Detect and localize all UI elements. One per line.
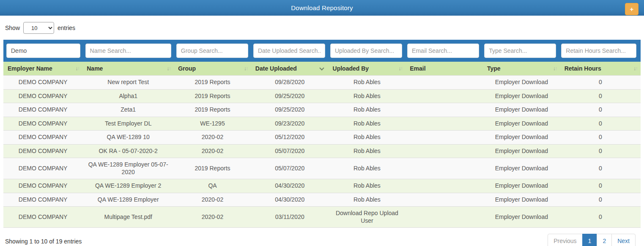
table-cell: 2019 Reports bbox=[174, 103, 251, 117]
table-cell: Rob Ables bbox=[329, 193, 406, 207]
name-search-input[interactable] bbox=[85, 44, 171, 58]
table-row[interactable]: DEMO COMPANYTest Employer DLWE-129509/23… bbox=[3, 117, 641, 131]
table-cell: Rob Ables bbox=[329, 117, 406, 131]
table-cell: Rob Ables bbox=[329, 144, 406, 158]
table-cell: DEMO COMPANY bbox=[3, 179, 82, 193]
column-label: Name bbox=[87, 65, 103, 72]
table-cell: 2019 Reports bbox=[174, 76, 251, 90]
table-cell bbox=[406, 117, 483, 131]
column-header-group[interactable]: Group↓↑ bbox=[174, 62, 251, 76]
search-filter-row bbox=[3, 40, 641, 62]
retain-hours-search-input[interactable] bbox=[561, 44, 636, 58]
table-cell: Employer Download bbox=[483, 89, 560, 103]
table-cell bbox=[406, 207, 483, 228]
table-row[interactable]: DEMO COMPANYQA WE-1289 Employer2020-0204… bbox=[3, 193, 641, 207]
add-button[interactable]: + bbox=[625, 3, 639, 15]
date-uploaded-search-input[interactable] bbox=[253, 44, 325, 58]
table-cell: Rob Ables bbox=[329, 89, 406, 103]
table-cell bbox=[406, 76, 483, 90]
table-cell: 0 bbox=[560, 103, 641, 117]
table-cell bbox=[406, 193, 483, 207]
table-cell: New report Test bbox=[82, 76, 174, 90]
table-row[interactable]: DEMO COMPANYQA WE-1289 102020-0205/12/20… bbox=[3, 131, 641, 145]
table-cell: Employer Download bbox=[483, 207, 560, 228]
sort-both-icon: ↓↑ bbox=[398, 65, 402, 71]
column-header-email[interactable]: Email bbox=[406, 62, 483, 76]
table-cell bbox=[406, 103, 483, 117]
download-repository-table: Employer Name↓↑Name↓↑Group↓↑Date Uploade… bbox=[3, 40, 641, 228]
table-cell bbox=[406, 89, 483, 103]
table-row[interactable]: DEMO COMPANYOK RA - 05-07-2020-22020-020… bbox=[3, 144, 641, 158]
column-header-uploaded-by[interactable]: Uploaded By↓↑ bbox=[329, 62, 406, 76]
table-cell: 2020-02 bbox=[174, 131, 251, 145]
table-cell: Employer Download bbox=[483, 103, 560, 117]
table-cell: Test Employer DL bbox=[82, 117, 174, 131]
table-cell: 05/07/2020 bbox=[251, 158, 329, 179]
column-header-retain-hours[interactable]: Retain Hours↓↑ bbox=[560, 62, 641, 76]
entries-summary: Showing 1 to 10 of 19 entries bbox=[5, 238, 82, 245]
table-cell: DEMO COMPANY bbox=[3, 207, 82, 228]
sort-both-icon: ↓↑ bbox=[75, 65, 79, 71]
table-cell: DEMO COMPANY bbox=[3, 89, 82, 103]
table-cell: DEMO COMPANY bbox=[3, 158, 82, 179]
table-cell: QA bbox=[174, 179, 251, 193]
table-cell: Alpha1 bbox=[82, 89, 174, 103]
table-row[interactable]: DEMO COMPANYMultipage Test.pdf2020-0203/… bbox=[3, 207, 641, 228]
uploaded-by-search-input[interactable] bbox=[330, 44, 402, 58]
table-cell: Zeta1 bbox=[82, 103, 174, 117]
page-number-buttons: 12 bbox=[583, 234, 612, 246]
sort-both-icon: ↓↑ bbox=[244, 65, 248, 71]
table-cell: 0 bbox=[560, 144, 641, 158]
table-cell: Download Repo Upload User bbox=[329, 207, 406, 228]
table-cell: WE-1295 bbox=[174, 117, 251, 131]
data-table: Employer Name↓↑Name↓↑Group↓↑Date Uploade… bbox=[3, 62, 641, 228]
page-size-select[interactable]: 10 bbox=[23, 22, 54, 34]
table-row[interactable]: DEMO COMPANYNew report Test2019 Reports0… bbox=[3, 76, 641, 90]
table-row[interactable]: DEMO COMPANYAlpha12019 Reports09/25/2020… bbox=[3, 89, 641, 103]
table-cell: Multipage Test.pdf bbox=[82, 207, 174, 228]
table-cell: DEMO COMPANY bbox=[3, 144, 82, 158]
table-cell: 0 bbox=[560, 117, 641, 131]
group-search-input[interactable] bbox=[176, 44, 248, 58]
table-cell: DEMO COMPANY bbox=[3, 76, 82, 90]
type-search-input[interactable] bbox=[484, 44, 556, 58]
table-cell: 0 bbox=[560, 207, 641, 228]
table-row[interactable]: DEMO COMPANYQA WE-1289 Employer 2QA04/30… bbox=[3, 179, 641, 193]
table-cell: 2019 Reports bbox=[174, 89, 251, 103]
table-row[interactable]: DEMO COMPANYZeta12019 Reports09/25/2020R… bbox=[3, 103, 641, 117]
table-cell: Employer Download bbox=[483, 158, 560, 179]
previous-page-button[interactable]: Previous bbox=[548, 234, 582, 246]
table-cell: 09/23/2020 bbox=[251, 117, 329, 131]
table-cell: 09/25/2020 bbox=[251, 103, 329, 117]
show-label: Show bbox=[5, 25, 20, 31]
pagination: Previous 12 Next bbox=[548, 234, 636, 246]
table-cell: 0 bbox=[560, 158, 641, 179]
table-cell: 0 bbox=[560, 131, 641, 145]
show-entries-control: Show 10 entries bbox=[0, 16, 644, 40]
table-cell: 0 bbox=[560, 193, 641, 207]
column-header-name[interactable]: Name↓↑ bbox=[82, 62, 174, 76]
next-page-button[interactable]: Next bbox=[611, 234, 636, 246]
employer-name-search-input[interactable] bbox=[6, 44, 80, 58]
table-cell: DEMO COMPANY bbox=[3, 193, 82, 207]
table-cell: 05/12/2020 bbox=[251, 131, 329, 145]
table-header-row: Employer Name↓↑Name↓↑Group↓↑Date Uploade… bbox=[3, 62, 641, 76]
table-cell: Rob Ables bbox=[329, 131, 406, 145]
page-button-1[interactable]: 1 bbox=[582, 234, 597, 246]
table-cell: Employer Download bbox=[483, 144, 560, 158]
table-footer: Showing 1 to 10 of 19 entries Previous 1… bbox=[0, 228, 644, 246]
column-header-employer-name[interactable]: Employer Name↓↑ bbox=[3, 62, 82, 76]
table-cell: 05/07/2020 bbox=[251, 144, 329, 158]
column-header-type[interactable]: Type↓↑ bbox=[483, 62, 560, 76]
sort-both-icon: ↓↑ bbox=[553, 65, 557, 71]
table-row[interactable]: DEMO COMPANYQA WE-1289 Employer 05-07-20… bbox=[3, 158, 641, 179]
table-cell: Employer Download bbox=[483, 179, 560, 193]
table-cell: 09/25/2020 bbox=[251, 89, 329, 103]
table-cell bbox=[406, 179, 483, 193]
page-button-2[interactable]: 2 bbox=[597, 234, 612, 246]
table-body: DEMO COMPANYNew report Test2019 Reports0… bbox=[3, 76, 641, 228]
column-header-date-uploaded[interactable]: Date Uploaded bbox=[251, 62, 329, 76]
email-search-input[interactable] bbox=[407, 44, 479, 58]
table-cell: QA WE-1289 Employer 2 bbox=[82, 179, 174, 193]
table-cell: Rob Ables bbox=[329, 179, 406, 193]
